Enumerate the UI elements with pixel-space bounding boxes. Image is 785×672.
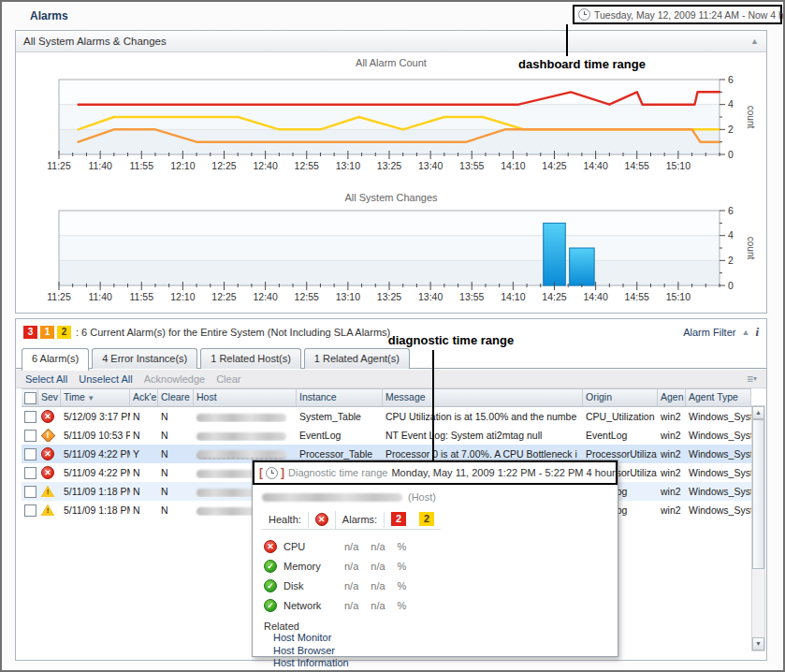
row-checkbox[interactable] bbox=[24, 486, 36, 498]
critical-severity-icon: ✕ bbox=[41, 410, 54, 423]
row-checkbox[interactable] bbox=[24, 448, 36, 460]
agent-cell: win2 bbox=[658, 430, 686, 441]
col-header-cleare[interactable]: Cleare bbox=[158, 389, 194, 406]
alarm-count-chart: 11:2511:4011:5512:1012:2512:4012:5513:10… bbox=[44, 74, 783, 179]
svg-text:11:55: 11:55 bbox=[130, 291, 154, 302]
system-changes-chart-title: All System Changes bbox=[16, 192, 766, 203]
annotation-dashboard-time-range: dashboard time range bbox=[488, 57, 676, 71]
agent-type-cell: Windows_Syst bbox=[686, 486, 751, 497]
svg-text:6: 6 bbox=[728, 205, 734, 216]
table-scrollbar[interactable]: ▲ ▼ bbox=[751, 405, 765, 651]
dashboard-time-range-text: Tuesday, May 12, 2009 11:24 AM - Now 4 h… bbox=[594, 9, 785, 21]
diagnostic-time-range-header: [] Diagnostic time range Monday, May 11,… bbox=[253, 460, 618, 485]
metric-row-memory: ✓Memoryn/an/a% bbox=[264, 556, 618, 576]
col-header-origin[interactable]: Origin bbox=[583, 389, 658, 406]
col-header-host[interactable]: Host bbox=[194, 389, 297, 406]
svg-text:11:55: 11:55 bbox=[130, 160, 154, 171]
metric-list: ✕CPUn/an/a%✓Memoryn/an/a%✓Diskn/an/a%✓Ne… bbox=[264, 536, 618, 615]
col-header-time[interactable]: Time ▼ bbox=[61, 389, 130, 406]
scrollbar-thumb[interactable] bbox=[752, 419, 764, 569]
host-cell bbox=[194, 430, 297, 441]
redacted-host[interactable] bbox=[196, 450, 286, 460]
scroll-down-icon[interactable]: ▼ bbox=[752, 637, 764, 650]
col-header-instance[interactable]: Instance bbox=[297, 389, 383, 406]
sort-desc-icon[interactable]: ▼ bbox=[85, 394, 94, 402]
row-checkbox-cell bbox=[22, 429, 38, 442]
svg-text:12:55: 12:55 bbox=[295, 160, 319, 171]
time-cell: 5/11/09 1:18 PM bbox=[61, 504, 130, 516]
svg-text:13:40: 13:40 bbox=[418, 160, 443, 171]
metric-name: Disk bbox=[283, 580, 338, 592]
critical-severity-icon: ✕ bbox=[41, 447, 54, 460]
row-checkbox-cell bbox=[22, 410, 38, 423]
svg-text:13:10: 13:10 bbox=[336, 160, 360, 171]
origin-cell: ProcessorUtiliza bbox=[583, 448, 658, 460]
info-icon[interactable]: i bbox=[755, 325, 759, 340]
time-cell: 5/11/09 1:18 PM bbox=[61, 486, 130, 497]
host-information-link[interactable]: Host Information bbox=[273, 657, 618, 670]
metric-value: n/a bbox=[344, 561, 358, 572]
metric-value: % bbox=[398, 580, 407, 592]
svg-text:13:55: 13:55 bbox=[459, 160, 484, 171]
agent-cell: win2 bbox=[658, 411, 686, 422]
row-checkbox-cell bbox=[22, 466, 38, 479]
origin-cell: EventLog bbox=[583, 430, 658, 441]
col-header-agenttype[interactable]: Agent Type bbox=[686, 389, 751, 406]
tab-1-related-agent-s-[interactable]: 1 Related Agent(s) bbox=[304, 348, 410, 369]
scroll-up-icon[interactable]: ▲ bbox=[752, 406, 764, 419]
redacted-host[interactable] bbox=[196, 432, 286, 441]
tab-4-error-instance-s-[interactable]: 4 Error Instance(s) bbox=[92, 348, 197, 369]
metric-value: % bbox=[398, 541, 407, 552]
agent-type-cell: Windows_Syst bbox=[686, 411, 751, 422]
time-cell: 5/12/09 3:17 PM bbox=[61, 411, 130, 422]
svg-text:13:55: 13:55 bbox=[459, 291, 484, 302]
row-checkbox[interactable] bbox=[24, 504, 36, 517]
col-header-message[interactable]: Message bbox=[383, 389, 583, 406]
select-all-column-header[interactable] bbox=[22, 389, 38, 406]
table-row[interactable]: ✕5/12/09 3:17 PMNNSystem_TableCPU Utiliz… bbox=[22, 407, 751, 426]
select-all-button[interactable]: Select All bbox=[25, 373, 67, 385]
unselect-all-button[interactable]: Unselect All bbox=[79, 373, 132, 385]
host-browser-link[interactable]: Host Browser bbox=[273, 645, 618, 658]
metric-value: n/a bbox=[344, 580, 358, 592]
svg-text:11:25: 11:25 bbox=[47, 291, 71, 302]
metric-value: n/a bbox=[344, 541, 358, 552]
col-header-acke[interactable]: Ack'e bbox=[130, 389, 158, 406]
svg-text:2: 2 bbox=[728, 124, 734, 135]
row-checkbox-cell bbox=[22, 447, 38, 460]
collapse-icon[interactable]: ▲ bbox=[750, 37, 759, 46]
alarm-tabs: 6 Alarm(s)4 Error Instance(s)1 Related H… bbox=[16, 347, 766, 369]
row-checkbox[interactable] bbox=[24, 467, 36, 479]
col-header-sev[interactable]: Sev bbox=[38, 389, 61, 406]
related-label: Related bbox=[264, 621, 618, 632]
annotation-diagnostic-time-range: diagnostic time range bbox=[372, 333, 530, 347]
svg-text:4: 4 bbox=[728, 98, 734, 110]
system-changes-chart: 11:2511:4011:5512:1012:2512:4012:5513:10… bbox=[44, 205, 783, 310]
instance-cell: Processor_Table bbox=[297, 448, 383, 460]
host-cell bbox=[194, 411, 297, 422]
tab-6-alarm-s-[interactable]: 6 Alarm(s) bbox=[22, 348, 89, 371]
tab-1-related-host-s-[interactable]: 1 Related Host(s) bbox=[200, 348, 301, 369]
alarm-filter-collapse-icon[interactable]: ▲ bbox=[741, 328, 749, 337]
svg-text:13:40: 13:40 bbox=[418, 291, 443, 302]
cleared-cell: N bbox=[158, 504, 194, 516]
row-checkbox[interactable] bbox=[24, 430, 36, 442]
svg-text:0: 0 bbox=[728, 149, 734, 160]
alarm-filter-link[interactable]: Alarm Filter bbox=[683, 327, 735, 338]
dashboard-time-range-control[interactable]: Tuesday, May 12, 2009 11:24 AM - Now 4 h… bbox=[573, 5, 782, 24]
svg-text:14:55: 14:55 bbox=[625, 160, 649, 171]
severity-count-badge-0: 3 bbox=[23, 326, 37, 339]
panel-header[interactable]: All System Alarms & Changes ▲ bbox=[16, 31, 766, 52]
table-customizer-icon[interactable]: ≡▾ bbox=[747, 374, 757, 384]
col-header-agen[interactable]: Agen bbox=[658, 389, 686, 406]
row-checkbox-cell bbox=[22, 485, 38, 498]
clock-icon bbox=[578, 8, 590, 21]
severity-cell: ! bbox=[38, 429, 61, 442]
table-row[interactable]: !5/11/09 10:53 PMNNEventLogNT Event Log:… bbox=[22, 426, 751, 445]
host-monitor-link[interactable]: Host Monitor bbox=[273, 632, 618, 645]
header-checkbox[interactable] bbox=[24, 392, 36, 404]
message-cell: CPU Utilization is at 15.00% and the num… bbox=[383, 411, 583, 422]
row-checkbox[interactable] bbox=[24, 411, 36, 423]
metric-value: n/a bbox=[371, 600, 385, 611]
redacted-host[interactable] bbox=[196, 414, 286, 422]
